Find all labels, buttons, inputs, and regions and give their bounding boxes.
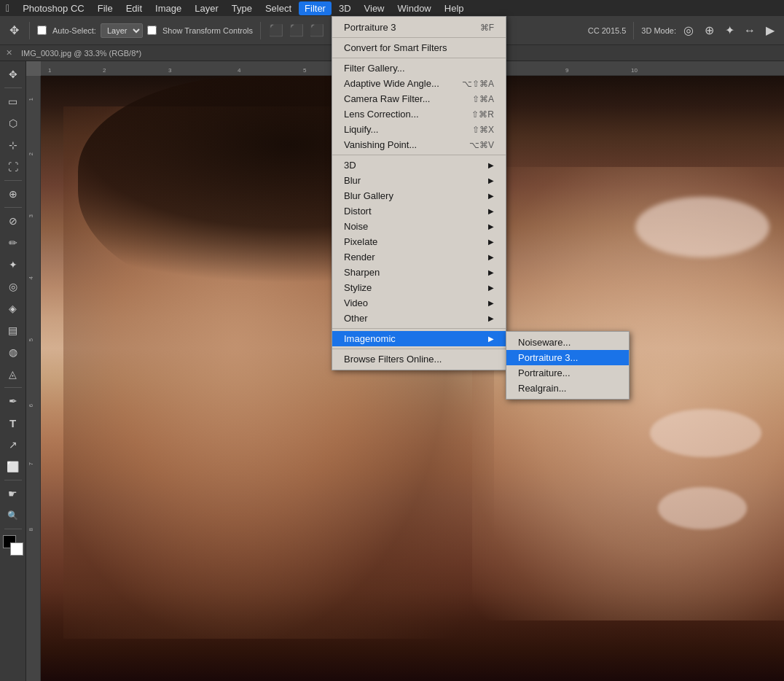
menu-label-stylize: Stylize [344, 282, 488, 293]
3d-icon-1[interactable]: ◎ [681, 23, 697, 39]
menu-item-other[interactable]: Other ▶ [332, 311, 506, 326]
menu-item-video[interactable]: Video ▶ [332, 295, 506, 311]
show-transform-checkbox[interactable] [147, 26, 157, 35]
submenu-arrow-noise: ▶ [488, 222, 494, 230]
clone-tool-btn[interactable]: ✦ [3, 254, 23, 275]
eyedropper-tool-btn[interactable]: ⊕ [3, 184, 23, 204]
type-tool-btn[interactable]: T [3, 413, 23, 433]
menu-label-camera-raw: Camera Raw Filter... [344, 93, 460, 104]
menu-3d[interactable]: 3D [333, 1, 357, 15]
submenu-arrow-distort: ▶ [488, 207, 494, 215]
menu-label-browse-filters: Browse Filters Online... [344, 354, 494, 365]
nail-highlight-1 [635, 197, 769, 257]
submenu-item-portraiture[interactable]: Portraiture... [506, 365, 629, 381]
menu-window[interactable]: Window [392, 1, 437, 15]
menu-help[interactable]: Help [439, 1, 470, 15]
tool-separator-1 [4, 87, 22, 88]
submenu-item-noiseware[interactable]: Noiseware... [506, 335, 629, 350]
menu-sep-3 [332, 155, 506, 155]
3d-icon-4[interactable]: ↔ [742, 23, 758, 39]
menu-label-filter-gallery: Filter Gallery... [344, 63, 494, 74]
apple-logo:  [6, 2, 9, 14]
auto-select-checkbox[interactable] [37, 26, 47, 35]
menu-shortcut-camera-raw: ⇧⌘A [472, 94, 494, 104]
menu-label-portraiture3-top: Portraiture 3 [344, 22, 469, 33]
lasso-tool-btn[interactable]: ⬡ [3, 113, 23, 133]
menu-item-sharpen[interactable]: Sharpen ▶ [332, 265, 506, 280]
menu-edit[interactable]: Edit [120, 1, 148, 15]
path-select-tool-btn[interactable]: ↗ [3, 435, 23, 455]
brush-tool-btn[interactable]: ✏ [3, 233, 23, 253]
menu-item-distort[interactable]: Distort ▶ [332, 203, 506, 219]
healing-tool-btn[interactable]: ⊘ [3, 211, 23, 231]
pen-tool-btn[interactable]: ✒ [3, 391, 23, 411]
align-icon-2[interactable]: ⬛ [289, 23, 305, 39]
submenu-item-portraiture3[interactable]: Portraiture 3... [506, 350, 629, 365]
menu-label-video: Video [344, 297, 488, 308]
menu-label-render: Render [344, 252, 488, 262]
quick-select-tool-btn[interactable]: ⊹ [3, 135, 23, 155]
submenu-arrow-other: ▶ [488, 314, 494, 322]
menu-item-blur-gallery[interactable]: Blur Gallery ▶ [332, 188, 506, 203]
menu-type[interactable]: Type [226, 1, 258, 15]
menu-item-3d[interactable]: 3D ▶ [332, 157, 506, 173]
3d-icon-3[interactable]: ✦ [721, 23, 737, 39]
menu-item-browse-filters[interactable]: Browse Filters Online... [332, 351, 506, 367]
menu-item-vanishing-point[interactable]: Vanishing Point... ⌥⌘V [332, 137, 506, 152]
3d-icon-5[interactable]: ▶ [762, 23, 778, 39]
menu-item-imagenomic[interactable]: Imagenomic ▶ [332, 331, 506, 346]
submenu-label-noiseware: Noiseware... [518, 337, 571, 348]
menu-select[interactable]: Select [259, 1, 297, 15]
menu-item-adaptive-wide[interactable]: Adaptive Wide Angle... ⌥⇧⌘A [332, 76, 506, 91]
blur-tool-btn[interactable]: ◍ [3, 342, 23, 362]
background-color[interactable] [10, 542, 23, 556]
align-icon-1[interactable]: ⬛ [268, 23, 284, 39]
menu-item-convert-smart[interactable]: Convert for Smart Filters [332, 40, 506, 55]
crop-tool-btn[interactable]: ⛶ [3, 157, 23, 177]
layer-select[interactable]: Layer [101, 23, 143, 38]
menu-label-distort: Distort [344, 206, 488, 217]
submenu-item-realgrain[interactable]: Realgrain... [506, 381, 629, 396]
dodge-tool-btn[interactable]: ◬ [3, 364, 23, 384]
menu-file[interactable]: File [92, 1, 119, 15]
tool-separator-3 [4, 207, 22, 208]
menu-photoshop[interactable]: Photoshop CC [17, 1, 90, 15]
toolbar-separator-1 [29, 22, 30, 39]
menu-item-filter-gallery[interactable]: Filter Gallery... [332, 61, 506, 76]
menu-label-imagenomic: Imagenomic [344, 333, 488, 344]
menu-item-liquify[interactable]: Liquify... ⇧⌘X [332, 122, 506, 137]
submenu-arrow-stylize: ▶ [488, 284, 494, 292]
eraser-tool-btn[interactable]: ◈ [3, 298, 23, 319]
menu-item-render[interactable]: Render ▶ [332, 249, 506, 265]
marquee-tool-btn[interactable]: ▭ [3, 91, 23, 112]
menu-item-stylize[interactable]: Stylize ▶ [332, 280, 506, 295]
menu-item-pixelate[interactable]: Pixelate ▶ [332, 234, 506, 249]
menu-item-noise[interactable]: Noise ▶ [332, 219, 506, 234]
gradient-tool-btn[interactable]: ▤ [3, 320, 23, 340]
hand-tool-btn[interactable]: ☛ [3, 483, 23, 504]
shape-tool-btn[interactable]: ⬜ [3, 456, 23, 477]
history-tool-btn[interactable]: ◎ [3, 276, 23, 297]
color-swatch[interactable] [3, 535, 23, 556]
tab-document[interactable]: IMG_0030.jpg @ 33.3% (RGB/8*) [15, 47, 147, 59]
align-icon-3[interactable]: ⬛ [309, 23, 325, 39]
menu-label-sharpen: Sharpen [344, 267, 488, 278]
tab-close-icon[interactable]: ✕ [6, 48, 12, 58]
3d-icon-2[interactable]: ⊕ [701, 23, 717, 39]
menu-view[interactable]: View [358, 1, 391, 15]
menu-item-camera-raw[interactable]: Camera Raw Filter... ⇧⌘A [332, 91, 506, 106]
menu-item-lens-correction[interactable]: Lens Correction... ⇧⌘R [332, 106, 506, 122]
menu-item-blur[interactable]: Blur ▶ [332, 173, 506, 188]
menu-item-portraiture3-top[interactable]: Portraiture 3 ⌘F [332, 20, 506, 35]
zoom-tool-btn[interactable]: 🔍 [3, 505, 23, 526]
move-tool-btn[interactable]: ✥ [3, 64, 23, 85]
menu-filter[interactable]: Filter [299, 1, 332, 15]
move-icon[interactable]: ✥ [6, 23, 22, 39]
menu-label-other: Other [344, 313, 488, 324]
submenu-arrow-video: ▶ [488, 299, 494, 307]
menu-image[interactable]: Image [149, 1, 187, 15]
menu-label-liquify: Liquify... [344, 124, 460, 135]
submenu-label-portraiture: Portraiture... [518, 367, 571, 378]
menu-layer[interactable]: Layer [189, 1, 224, 15]
menu-sep-1 [332, 37, 506, 38]
